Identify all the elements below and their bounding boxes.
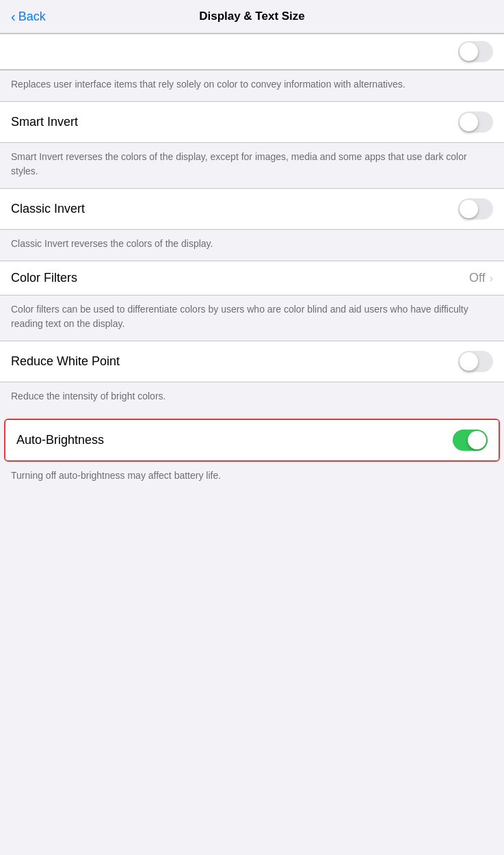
reduce-white-point-description: Reduce the intensity of bright colors. (11, 391, 165, 402)
back-chevron-icon: ‹ (11, 10, 16, 23)
settings-content: Replaces user interface items that rely … (0, 34, 504, 492)
smart-invert-section: Smart Invert (0, 101, 504, 143)
back-button[interactable]: ‹ Back (11, 10, 46, 24)
reduce-white-point-row: Reduce White Point (0, 341, 504, 382)
classic-invert-row: Classic Invert (0, 189, 504, 229)
classic-invert-description: Classic Invert reverses the colors of th… (11, 238, 213, 249)
color-filters-value: Off (469, 271, 486, 285)
toggle-knob (460, 352, 478, 371)
reduce-white-point-description-row: Reduce the intensity of bright colors. (0, 382, 504, 413)
page-container: ‹ Back Display & Text Size Replaces user… (0, 0, 504, 492)
smart-invert-row: Smart Invert (0, 102, 504, 142)
auto-brightness-highlight-box: Auto-Brightness (4, 419, 500, 462)
reduce-white-point-toggle[interactable] (458, 351, 493, 372)
color-filters-section: Color Filters Off › (0, 261, 504, 295)
classic-invert-toggle[interactable] (458, 198, 493, 220)
auto-brightness-description: Turning off auto-brightness may affect b… (11, 470, 221, 481)
auto-brightness-label: Auto-Brightness (16, 433, 104, 447)
color-filters-value-group: Off › (469, 271, 493, 285)
smart-invert-label: Smart Invert (11, 115, 78, 129)
navigation-header: ‹ Back Display & Text Size (0, 0, 504, 34)
color-differentiation-description-row: Replaces user interface items that rely … (0, 70, 504, 101)
back-label: Back (18, 10, 46, 24)
color-differentiation-description: Replaces user interface items that rely … (11, 79, 406, 90)
color-differentiation-section (0, 34, 504, 70)
reduce-white-point-label: Reduce White Point (11, 354, 120, 369)
color-filters-description-row: Color filters can be used to differentia… (0, 295, 504, 341)
color-filters-row[interactable]: Color Filters Off › (0, 261, 504, 295)
toggle-knob (468, 431, 486, 449)
classic-invert-section: Classic Invert (0, 188, 504, 230)
color-filters-description: Color filters can be used to differentia… (11, 304, 468, 329)
smart-invert-toggle[interactable] (458, 111, 493, 133)
toggle-knob (460, 42, 478, 61)
classic-invert-label: Classic Invert (11, 202, 85, 216)
toggle-knob (460, 200, 478, 218)
auto-brightness-description-row: Turning off auto-brightness may affect b… (0, 462, 504, 492)
color-differentiation-toggle-row (0, 34, 504, 70)
reduce-white-point-section: Reduce White Point (0, 341, 504, 382)
color-differentiation-toggle[interactable] (458, 41, 493, 62)
chevron-right-icon: › (490, 272, 493, 285)
toggle-knob (460, 113, 478, 131)
smart-invert-description-row: Smart Invert reverses the colors of the … (0, 143, 504, 188)
auto-brightness-row: Auto-Brightness (5, 420, 499, 460)
auto-brightness-toggle[interactable] (453, 430, 488, 451)
color-filters-label: Color Filters (11, 271, 77, 285)
classic-invert-description-row: Classic Invert reverses the colors of th… (0, 230, 504, 261)
page-title: Display & Text Size (199, 10, 305, 23)
smart-invert-description: Smart Invert reverses the colors of the … (11, 151, 467, 176)
